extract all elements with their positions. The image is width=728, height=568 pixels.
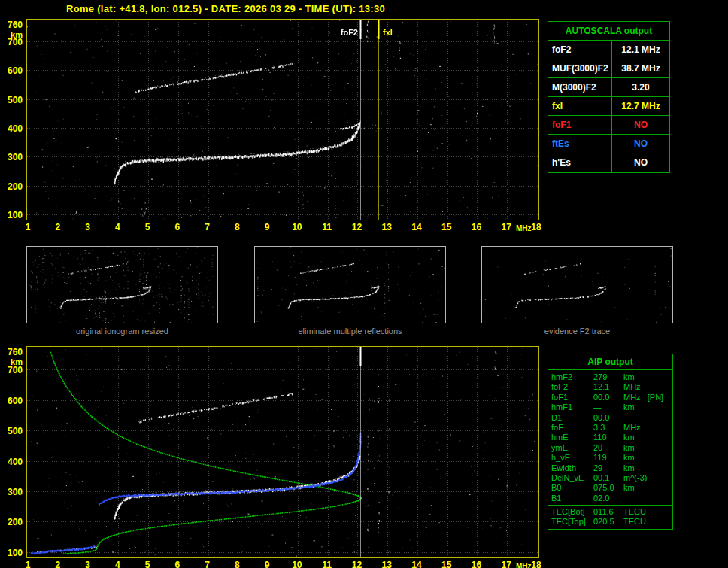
aip-field-value: 00.0 xyxy=(593,393,623,402)
aip-row: h_vE119km xyxy=(548,453,672,463)
x-tick-label: 13 xyxy=(378,560,395,568)
aip-field-name: Ewidth xyxy=(551,463,593,473)
x-tick-label: 2 xyxy=(50,222,66,232)
x-tick-label: 12 xyxy=(348,222,365,232)
aip-table-header: AIP output xyxy=(548,354,672,370)
autoscala-output-table: AUTOSCALA output foF212.1 MHzMUF(3000)F2… xyxy=(548,21,670,173)
autoscala-row: h'EsNO xyxy=(548,153,669,172)
x-tick-label: 3 xyxy=(80,222,96,232)
page-title: Rome (lat: +41.8, lon: 012.5) - DATE: 20… xyxy=(66,3,385,14)
y-tick-label: 200 xyxy=(8,517,23,527)
x-tick-label: 14 xyxy=(408,560,425,568)
aip-field-unit: km xyxy=(623,402,635,412)
aip-ionogram-y-axis: 100200300400500600700760km xyxy=(0,347,25,560)
aip-row: TEC[Bot]011.6TECU xyxy=(548,507,672,517)
aip-field-unit: MHz xyxy=(623,382,641,392)
x-tick-label: 9 xyxy=(259,222,275,232)
autoscala-row: foF212.1 MHz xyxy=(548,41,669,59)
aip-ionogram-x-axis: 123456789101112131415161718MHz xyxy=(26,560,541,568)
aip-field-value: 29 xyxy=(593,463,623,473)
aip-row: hmF1---km xyxy=(548,402,672,412)
x-tick-label: 4 xyxy=(109,222,126,232)
aip-row: hmE110km xyxy=(548,433,672,442)
autoscala-row: MUF(3000)F238.7 MHz xyxy=(548,59,669,78)
aip-row: TEC[Top]020.5TECU xyxy=(548,517,672,527)
aip-field-name: TEC[Top] xyxy=(551,517,593,527)
aip-field-value: 02.0 xyxy=(593,494,623,503)
aip-row: foF212.1MHz xyxy=(548,382,672,392)
y-tick-label: 700 xyxy=(8,365,23,375)
thumbnail-caption-original: original ionogram resized xyxy=(26,327,218,336)
x-tick-label: 7 xyxy=(199,222,216,232)
scaled-ionogram-canvas xyxy=(27,20,538,220)
y-tick-label: 760 xyxy=(8,20,23,30)
x-tick-label: 3 xyxy=(80,560,96,568)
autoscala-row-label: h'Es xyxy=(548,153,612,172)
aip-field-value: 020.5 xyxy=(593,517,623,527)
aip-row: D100.0 xyxy=(548,413,672,423)
x-tick-label: 15 xyxy=(438,560,455,568)
y-tick-label: 600 xyxy=(8,65,23,76)
autoscala-table-header: AUTOSCALA output xyxy=(548,22,669,41)
thumbnail-eliminate-reflections xyxy=(254,246,446,323)
x-tick-label: 13 xyxy=(378,222,395,232)
autoscala-table-rows: foF212.1 MHzMUF(3000)F238.7 MHzM(3000)F2… xyxy=(548,41,669,172)
aip-row: ymE20km xyxy=(548,443,672,453)
y-tick-label: 400 xyxy=(8,457,23,467)
aip-field-name: hmF2 xyxy=(551,372,593,382)
x-axis-unit-label: MHz xyxy=(513,224,534,232)
thumbnail-evidence-f2 xyxy=(481,246,673,323)
aip-table-rows: hmF2279kmfoF212.1MHzfoF100.0MHz [PN]hmF1… xyxy=(548,370,672,505)
aip-field-unit: m^(-3) xyxy=(623,473,647,483)
x-tick-label: 1 xyxy=(20,560,36,568)
x-tick-label: 17 xyxy=(498,560,514,568)
thumbnail-caption-eliminate: eliminate multiple reflections xyxy=(254,327,446,336)
x-tick-label: 15 xyxy=(438,222,455,232)
autoscala-row-value: 38.7 MHz xyxy=(612,59,669,77)
aip-field-name: ymE xyxy=(551,443,593,453)
x-tick-label: 10 xyxy=(289,222,305,232)
y-axis-unit-label: km xyxy=(11,30,23,39)
aip-ionogram-plot xyxy=(26,346,539,558)
autoscala-row: ftEsNO xyxy=(548,135,669,153)
aip-field-value: 3.3 xyxy=(593,423,623,433)
aip-field-name: foF1 xyxy=(551,393,593,402)
aip-field-unit: km xyxy=(623,453,635,463)
y-tick-label: 500 xyxy=(8,426,23,436)
autoscala-row-value: 3.20 xyxy=(612,78,669,96)
aip-field-unit: MHz xyxy=(623,423,641,433)
y-tick-label: 760 xyxy=(8,347,23,357)
aip-field-name: D1 xyxy=(551,413,593,423)
aip-ionogram-canvas xyxy=(27,347,538,557)
aip-field-value: 20 xyxy=(593,443,623,453)
y-tick-label: 600 xyxy=(8,396,23,406)
scaled-ionogram-plot: foF2 fxI xyxy=(26,19,539,220)
aip-field-name: B0 xyxy=(551,483,593,493)
autoscala-row-value: 12.7 MHz xyxy=(612,97,669,115)
aip-field-name: h_vE xyxy=(551,453,593,463)
x-tick-label: 6 xyxy=(169,560,186,568)
x-tick-label: 9 xyxy=(259,560,275,568)
x-tick-label: 1 xyxy=(20,222,36,232)
x-tick-label: 8 xyxy=(229,222,245,232)
autoscala-row-label: M(3000)F2 xyxy=(548,78,612,96)
aip-field-value: 00.1 xyxy=(593,473,623,483)
thumbnail-eliminate-canvas xyxy=(255,247,445,323)
aip-field-name: TEC[Bot] xyxy=(551,507,593,517)
y-tick-label: 300 xyxy=(8,152,23,163)
x-tick-label: 5 xyxy=(139,560,156,568)
aip-field-unit: TECU xyxy=(623,507,646,517)
aip-field-name: hmF1 xyxy=(551,402,593,412)
aip-field-unit: MHz [PN] xyxy=(623,393,663,402)
aip-field-value: 279 xyxy=(593,372,623,382)
x-tick-label: 16 xyxy=(468,222,484,232)
x-tick-label: 12 xyxy=(348,560,365,568)
aip-field-name: foF2 xyxy=(551,382,593,392)
x-tick-label: 4 xyxy=(109,560,126,568)
aip-output-table: AIP output hmF2279kmfoF212.1MHzfoF100.0M… xyxy=(548,354,673,530)
aip-field-value: 011.6 xyxy=(593,507,623,517)
aip-field-name: hmE xyxy=(551,433,593,442)
aip-field-name: foE xyxy=(551,423,593,433)
x-tick-label: 8 xyxy=(229,560,245,568)
y-tick-label: 400 xyxy=(8,123,23,134)
